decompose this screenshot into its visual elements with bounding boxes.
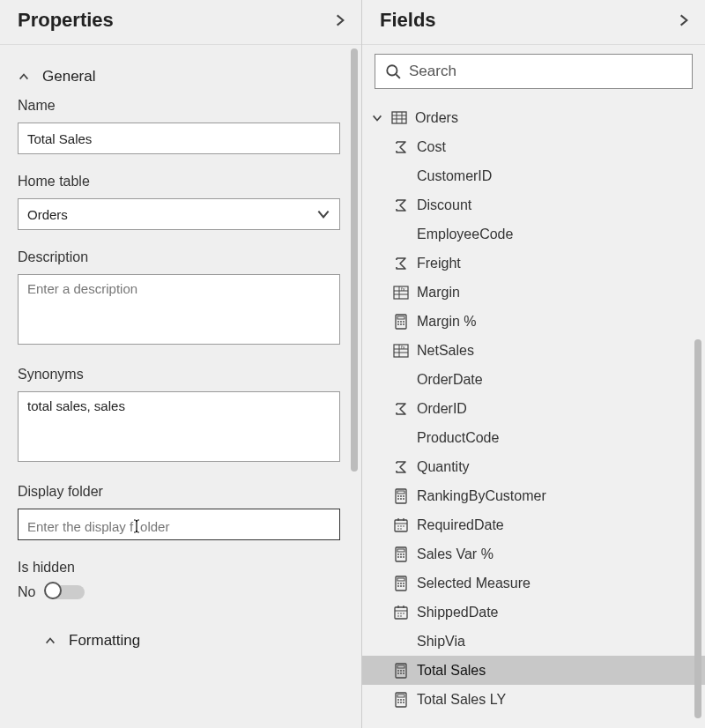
- field-row[interactable]: Freight: [366, 249, 689, 278]
- field-label: Margin %: [417, 314, 477, 330]
- is-hidden-toggle[interactable]: [46, 585, 85, 599]
- sigma-icon: [392, 400, 410, 418]
- fields-title: Fields: [380, 9, 436, 32]
- field-label: RankingByCustomer: [417, 488, 546, 504]
- display-folder-placeholder: Enter the display folder: [27, 519, 169, 534]
- field-row[interactable]: NetSales: [366, 336, 689, 365]
- field-label: ShippedDate: [417, 605, 499, 620]
- synonyms-input[interactable]: total sales, sales: [18, 391, 340, 462]
- field-row[interactable]: Quantity: [366, 452, 689, 481]
- field-label: ProductCode: [417, 430, 499, 446]
- field-row[interactable]: EmployeeCode: [366, 219, 689, 249]
- field-row[interactable]: Discount: [366, 190, 689, 219]
- calendar-icon: [392, 604, 410, 621]
- calculator-icon: [392, 575, 410, 592]
- table-icon: [390, 109, 408, 127]
- chevron-right-icon[interactable]: [675, 11, 693, 29]
- field-row[interactable]: Margin: [366, 278, 689, 307]
- display-folder-label: Display folder: [18, 484, 340, 500]
- field-row[interactable]: Total Sales: [362, 656, 705, 685]
- calculator-icon: [392, 546, 410, 563]
- description-label: Description: [18, 249, 340, 265]
- field-row[interactable]: ShippedDate: [366, 598, 689, 627]
- field-label: OrderID: [417, 401, 467, 417]
- measure-fx-icon: [392, 342, 410, 360]
- field-label: Discount: [417, 197, 471, 213]
- field-label: Quantity: [417, 459, 470, 475]
- formatting-section-header[interactable]: Formatting: [18, 620, 340, 655]
- field-row[interactable]: Sales Var %: [366, 539, 689, 568]
- field-label: OrderDate: [417, 372, 483, 388]
- search-icon: [384, 63, 402, 80]
- formatting-section-label: Formatting: [69, 632, 140, 650]
- name-label: Name: [18, 98, 340, 114]
- properties-header: Properties: [0, 0, 361, 45]
- general-section-header[interactable]: General: [18, 63, 340, 98]
- calculator-icon: [392, 691, 410, 709]
- is-hidden-value: No: [18, 584, 35, 600]
- home-table-value: Orders: [27, 207, 68, 222]
- chevron-down-icon: [371, 112, 383, 124]
- chevron-up-icon: [44, 635, 56, 647]
- description-input[interactable]: [18, 274, 340, 345]
- chevron-up-icon: [18, 71, 30, 83]
- table-name: Orders: [415, 110, 458, 126]
- name-input[interactable]: [18, 123, 340, 154]
- field-row[interactable]: ProductCode: [366, 423, 689, 452]
- field-label: ShipVia: [417, 634, 465, 650]
- field-row[interactable]: Selected Measure: [366, 568, 689, 598]
- measure-fx-icon: [392, 284, 410, 301]
- field-row[interactable]: OrderID: [366, 394, 689, 423]
- calculator-icon: [392, 313, 410, 331]
- field-row[interactable]: ShipVia: [366, 627, 689, 656]
- field-row[interactable]: CustomerID: [366, 161, 689, 190]
- field-row[interactable]: Cost: [366, 132, 689, 161]
- synonyms-label: Synonyms: [18, 367, 340, 383]
- chevron-right-icon[interactable]: [331, 11, 349, 29]
- field-label: Freight: [417, 256, 461, 271]
- field-label: CustomerID: [417, 168, 492, 184]
- sigma-icon: [392, 255, 410, 272]
- sigma-icon: [392, 197, 410, 214]
- calculator-icon: [392, 487, 410, 505]
- field-row[interactable]: Total Sales LY: [366, 685, 689, 714]
- search-input[interactable]: Search: [375, 54, 693, 89]
- display-folder-input[interactable]: Enter the display folder: [18, 509, 340, 540]
- field-label: Selected Measure: [417, 576, 531, 591]
- field-row[interactable]: Margin %: [366, 307, 689, 336]
- field-label: Sales Var %: [417, 546, 494, 562]
- fields-scrollbar[interactable]: [693, 93, 703, 728]
- is-hidden-label: Is hidden: [18, 560, 340, 576]
- search-placeholder: Search: [409, 63, 456, 80]
- chevron-down-icon: [315, 205, 332, 223]
- field-row[interactable]: RequiredDate: [366, 510, 689, 539]
- calculator-icon: [392, 662, 410, 680]
- field-label: NetSales: [417, 343, 474, 359]
- field-label: Margin: [417, 285, 460, 301]
- general-section-label: General: [42, 68, 95, 85]
- properties-title: Properties: [18, 9, 114, 32]
- field-label: Cost: [417, 139, 446, 155]
- field-label: Total Sales LY: [417, 692, 506, 708]
- field-label: Total Sales: [417, 663, 486, 679]
- home-table-select[interactable]: Orders: [18, 198, 340, 230]
- field-label: RequiredDate: [417, 517, 504, 533]
- sigma-icon: [392, 138, 410, 156]
- field-row[interactable]: RankingByCustomer: [366, 481, 689, 510]
- fields-pane: Fields Search OrdersCostCustomerIDDiscou…: [361, 0, 705, 728]
- sigma-icon: [392, 458, 410, 476]
- field-label: EmployeeCode: [417, 227, 513, 242]
- calendar-icon: [392, 516, 410, 534]
- text-cursor-icon: [131, 518, 142, 537]
- home-table-label: Home table: [18, 174, 340, 189]
- field-row[interactable]: OrderDate: [366, 365, 689, 394]
- properties-scrollbar[interactable]: [349, 45, 360, 728]
- table-row[interactable]: Orders: [366, 103, 689, 132]
- properties-pane: Properties General Name Home table Order…: [0, 0, 361, 728]
- fields-header: Fields: [362, 0, 705, 45]
